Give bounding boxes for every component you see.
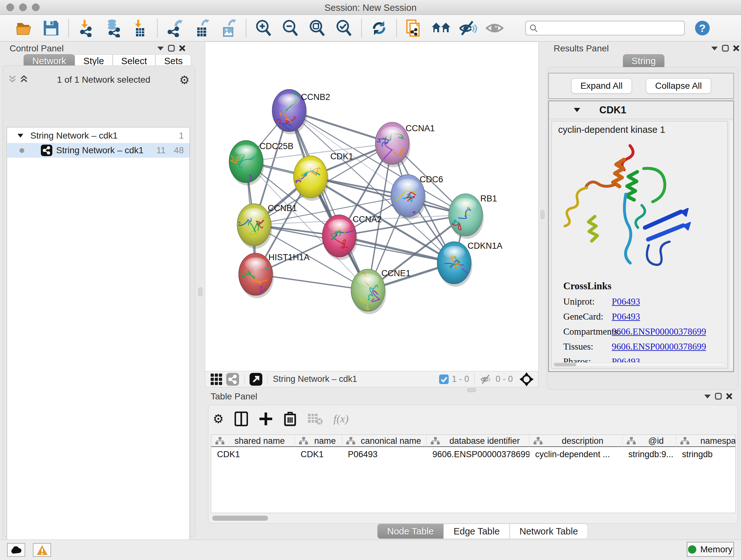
export-network-button[interactable] [165,18,185,38]
current-network-name: String Network – cdk1 [273,374,357,384]
tab-edge-table[interactable]: Edge Table [444,523,510,539]
results-panel-tabs: String [546,54,741,67]
crosslink-link[interactable]: 9606.ENSP00000378699 [612,326,706,337]
table-row[interactable]: CDK1CDK1P064939606.ENSP00000378699cyclin… [211,448,736,461]
table-cell[interactable]: stringdb:9... [623,448,676,461]
crosslink-label: Uniprot: [563,296,612,307]
function-builder-icon[interactable]: f(x) [333,413,348,425]
network-row[interactable]: String Network – cdk1 11 48 [7,143,190,158]
gene-panel-vscrollbar[interactable] [729,121,733,368]
collapse-all-button[interactable]: Collapse All [646,78,711,94]
column-header-canonical-name[interactable]: canonical name [342,435,427,447]
collapse-all-networks-icon[interactable] [8,75,17,85]
zoom-selected-button[interactable] [334,18,354,38]
network-options-gear-icon[interactable]: ⚙ [179,73,190,86]
column-header-database-identifier[interactable]: database identifier [427,435,529,447]
export-table-button[interactable] [192,18,212,38]
zoom-out-button[interactable] [280,18,300,38]
gene-section: CDK1 cyclin-dependent kinase 1 [548,101,734,372]
toolbar-separator [157,19,158,37]
gene-panel-hscrollbar[interactable] [553,362,725,367]
first-neighbors-button[interactable] [431,18,451,38]
network-edge-count: 48 [174,145,184,155]
table-toolbar: ⚙ f(x) [213,409,348,429]
table-cell[interactable]: cyclin-dependent ... [529,448,623,461]
cloud-status-button[interactable] [7,543,25,557]
expand-all-button[interactable]: Expand All [571,78,632,94]
column-header-namespace[interactable]: namespace [676,435,736,447]
import-network-database-button[interactable] [103,18,123,38]
tab-string[interactable]: String [623,54,664,67]
table-settings-gear-icon[interactable]: ⚙ [213,412,224,426]
crosslink-row: GeneCard:P06493 [563,311,706,322]
node-label-ccnb1: CCNB1 [268,203,297,213]
gene-collapse-icon[interactable] [574,108,580,112]
import-network-file-button[interactable] [76,18,96,38]
tab-network-table[interactable]: Network Table [510,523,588,539]
zoom-fit-button[interactable] [307,18,327,38]
panel-close-icon[interactable] [177,44,188,53]
tab-node-table[interactable]: Node Table [377,523,444,539]
import-table-button[interactable] [130,18,150,38]
panel-float-icon[interactable] [166,44,177,53]
expand-all-networks-icon[interactable] [20,75,28,85]
tree-expand-icon[interactable] [17,133,23,138]
network-share-icon[interactable] [226,373,239,386]
selected-counts: 1 - 0 [452,374,469,384]
search-box [525,21,685,36]
column-header--id[interactable]: @id [623,435,676,447]
selected-checkbox-icon[interactable] [439,374,449,384]
help-button[interactable]: ? [695,21,710,36]
table-cell[interactable]: CDK1 [211,448,295,461]
node-label-ccnb2: CCNB2 [301,92,330,102]
table-cell[interactable]: stringdb [676,448,736,461]
panel-float-icon[interactable] [713,391,724,401]
add-column-icon[interactable] [259,412,273,426]
column-header-name[interactable]: name [295,435,342,447]
network-edge[interactable] [289,111,368,290]
show-columns-icon[interactable] [234,412,248,426]
table-cell[interactable]: 9606.ENSP00000378699 [427,448,529,461]
memory-button[interactable]: Memory [687,542,734,557]
search-input[interactable] [538,23,675,33]
hide-selected-button[interactable] [458,18,478,38]
left-splitter-handle[interactable] [199,287,202,296]
detach-view-icon[interactable] [250,373,262,386]
panel-collapse-icon[interactable] [709,44,720,53]
crosslink-link[interactable]: 9606.ENSP00000378699 [612,341,706,352]
open-session-button[interactable] [14,18,35,38]
zoom-in-button[interactable] [253,18,274,38]
column-header-shared-name[interactable]: shared name [211,435,295,447]
table-panel-title: Table Panel [211,391,257,401]
clone-network-button[interactable] [404,18,424,38]
network-view-canvas[interactable]: CCNB2CCNA1CDC25BCDK1CDC6RB1CCNB1CCNA2CDK… [205,42,539,371]
hidden-eye-icon[interactable] [480,374,492,384]
column-header-description[interactable]: description [529,435,623,447]
refresh-button[interactable] [369,18,389,38]
panel-float-icon[interactable] [720,44,731,53]
crosslink-link[interactable]: P06493 [612,296,640,307]
right-splitter-handle[interactable] [541,210,544,219]
table-cell[interactable]: P06493 [342,448,427,461]
save-session-button[interactable] [41,18,61,38]
gene-header-row[interactable]: CDK1 [549,101,733,119]
network-collection-row[interactable]: String Network – cdk1 1 [7,128,190,143]
panel-collapse-icon[interactable] [155,44,166,53]
grid-view-icon[interactable] [210,373,222,385]
table-cell[interactable]: CDK1 [295,448,342,461]
birdseye-navigator-icon[interactable] [519,372,534,387]
delete-table-icon[interactable] [307,413,323,425]
panel-close-icon[interactable] [731,44,741,53]
table-hscrollbar[interactable] [211,515,736,521]
export-image-button[interactable] [218,18,239,38]
crosslink-link[interactable]: P06493 [612,311,640,322]
crosslink-label: Compartments: [563,326,612,337]
warnings-button[interactable] [33,543,51,557]
results-panel-header-buttons [709,44,741,53]
delete-column-icon[interactable] [284,411,296,427]
panel-collapse-icon[interactable] [702,391,713,401]
node-label-ccna2: CCNA2 [353,214,382,224]
panel-close-icon[interactable] [724,391,735,401]
show-all-button[interactable] [484,18,505,38]
node-label-cdc6: CDC6 [420,175,443,184]
